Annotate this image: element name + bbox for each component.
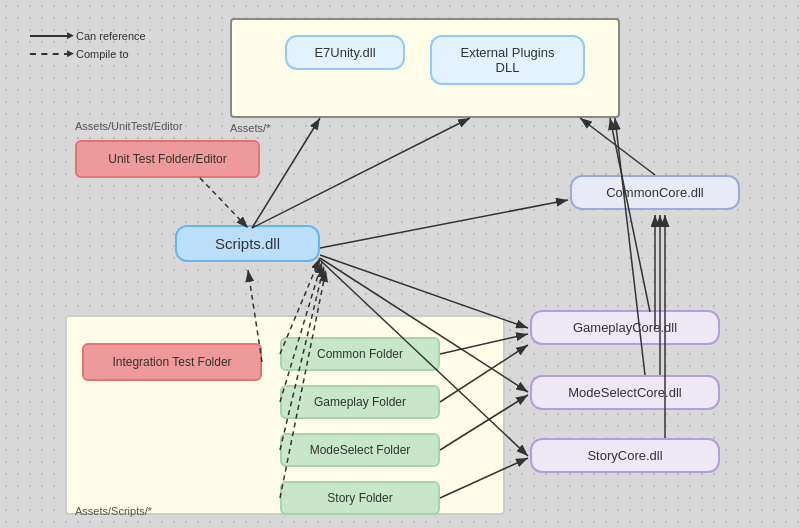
external-plugins-dll-box: External Plugins DLL	[430, 35, 585, 85]
solid-line-icon	[30, 35, 70, 37]
assets-scripts-label: Assets/Scripts/*	[75, 505, 152, 517]
unit-test-folder-box: Unit Test Folder/Editor	[75, 140, 260, 178]
svg-line-3	[252, 118, 320, 228]
modeselect-folder-label: ModeSelect Folder	[310, 443, 411, 457]
common-core-dll-box: CommonCore.dll	[570, 175, 740, 210]
scripts-dll-label: Scripts.dll	[215, 235, 280, 252]
modeselect-core-dll-label: ModeSelectCore.dll	[568, 385, 681, 400]
gameplay-core-dll-box: GameplayCore.dll	[530, 310, 720, 345]
svg-line-9	[580, 118, 655, 175]
svg-line-5	[320, 200, 568, 248]
e7unity-dll-label: E7Unity.dll	[314, 45, 375, 60]
common-folder-label: Common Folder	[317, 347, 403, 361]
story-core-dll-box: StoryCore.dll	[530, 438, 720, 473]
common-folder-box: Common Folder	[280, 337, 440, 371]
svg-line-13	[610, 118, 650, 312]
integration-test-folder-label: Integration Test Folder	[112, 355, 231, 369]
legend: Can reference Compile to	[30, 30, 146, 66]
dotted-line-icon	[30, 53, 70, 55]
external-plugins-dll-label: External Plugins DLL	[461, 45, 555, 75]
assets-top-label: Assets/*	[230, 122, 270, 134]
assets-unit-test-label: Assets/UnitTest/Editor	[75, 120, 183, 132]
gameplay-folder-label: Gameplay Folder	[314, 395, 406, 409]
legend-compile-to-label: Compile to	[76, 48, 129, 60]
common-core-dll-label: CommonCore.dll	[606, 185, 704, 200]
legend-compile-to: Compile to	[30, 48, 146, 60]
integration-test-folder-box: Integration Test Folder	[82, 343, 262, 381]
story-folder-box: Story Folder	[280, 481, 440, 515]
e7unity-dll-box: E7Unity.dll	[285, 35, 405, 70]
gameplay-core-dll-label: GameplayCore.dll	[573, 320, 677, 335]
svg-line-19	[200, 178, 248, 228]
modeselect-folder-box: ModeSelect Folder	[280, 433, 440, 467]
gameplay-folder-box: Gameplay Folder	[280, 385, 440, 419]
modeselect-core-dll-box: ModeSelectCore.dll	[530, 375, 720, 410]
legend-can-reference: Can reference	[30, 30, 146, 42]
story-core-dll-label: StoryCore.dll	[587, 448, 662, 463]
story-folder-label: Story Folder	[327, 491, 392, 505]
svg-line-4	[252, 118, 470, 228]
legend-can-reference-label: Can reference	[76, 30, 146, 42]
scripts-dll-box: Scripts.dll	[175, 225, 320, 262]
unit-test-folder-label: Unit Test Folder/Editor	[108, 152, 227, 166]
